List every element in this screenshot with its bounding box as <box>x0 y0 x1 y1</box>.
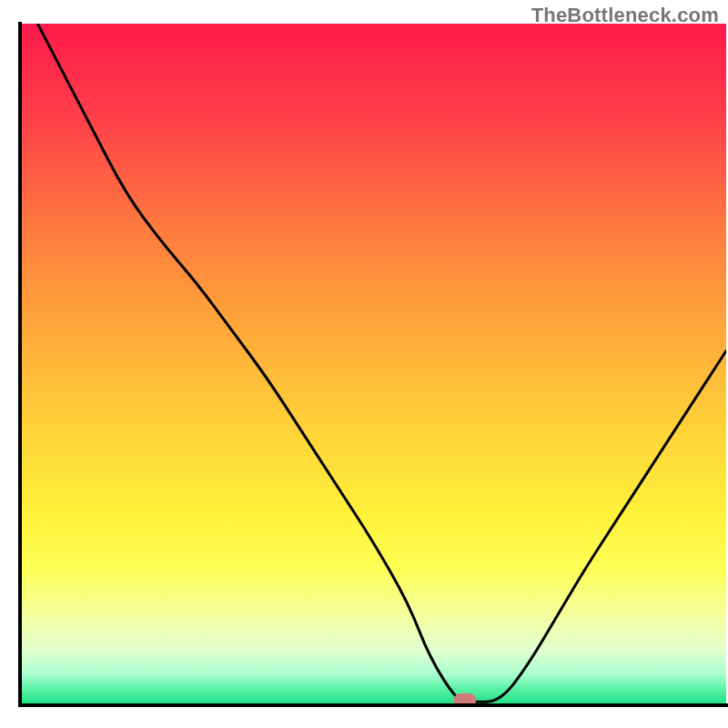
chart-canvas <box>0 0 728 728</box>
plot-background <box>20 24 726 705</box>
chart-frame: TheBottleneck.com <box>0 0 728 728</box>
